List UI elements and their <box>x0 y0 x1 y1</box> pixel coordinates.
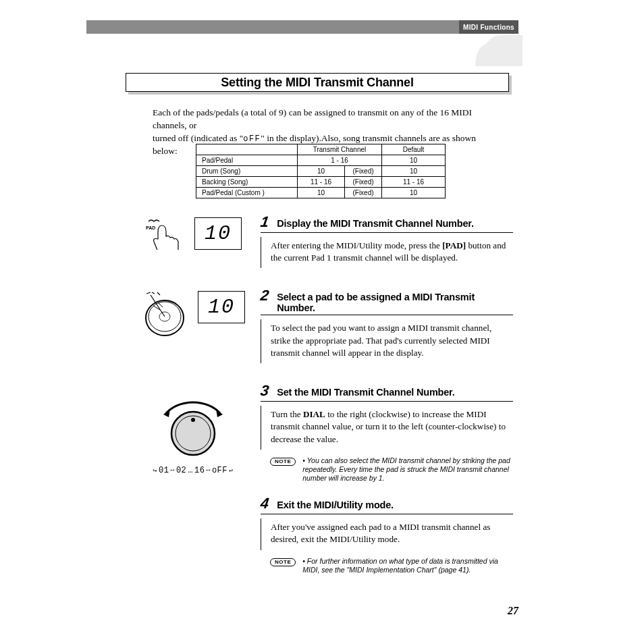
step-title: Exit the MIDI/Utility mode. <box>277 500 394 510</box>
svg-marker-8 <box>216 409 223 417</box>
svg-text:PAD: PAD <box>146 225 155 230</box>
table-row: Pad/Pedal 1 - 16 10 <box>196 155 446 166</box>
step-body: Turn the DIAL to the right (clockwise) t… <box>261 406 513 450</box>
intro-line2a: turned off (indicated as " <box>153 133 243 143</box>
step-number: 4 <box>259 495 270 512</box>
row-tc: 10 <box>298 188 345 198</box>
row-default: 10 <box>382 166 446 177</box>
row-default: 10 <box>382 155 446 166</box>
note-text: You can also select the MIDI transmit ch… <box>302 456 513 483</box>
step-title: Display the MIDI Transmit Channel Number… <box>277 218 474 229</box>
step-body: After you've assigned each pad to a MIDI… <box>261 518 513 549</box>
section-title: Setting the MIDI Transmit Channel <box>126 73 512 92</box>
row-name: Drum (Song) <box>196 166 298 177</box>
note-text: For further information on what type of … <box>302 557 513 574</box>
step-title: Select a pad to be assigned a MIDI Trans… <box>277 292 513 313</box>
lcd-value: 10 <box>205 222 232 245</box>
lcd-value: 10 <box>208 296 235 319</box>
page-number: 27 <box>508 605 518 617</box>
channel-table: Transmit Channel Default Pad/Pedal 1 - 1… <box>196 144 446 198</box>
row-fixed: (Fixed) <box>345 166 382 177</box>
row-tc: 10 <box>298 166 345 177</box>
header-bar <box>86 20 518 34</box>
dial-value-range: ↪ 01 ↔ 02 … 16 ↔ oFF ↩ <box>153 466 233 475</box>
row-default: 11 - 16 <box>382 177 446 188</box>
header-decoration <box>475 28 522 66</box>
row-name: Pad/Pedal (Custom ) <box>196 188 298 198</box>
tap-pad-icon: PAD <box>144 217 185 250</box>
dial-icon <box>153 393 234 460</box>
row-fixed: (Fixed) <box>345 188 382 198</box>
drum-pad-icon <box>141 291 188 338</box>
table-row: Pad/Pedal (Custom ) 10 (Fixed) 10 <box>196 188 446 198</box>
step-title: Set the MIDI Transmit Channel Number. <box>277 387 454 398</box>
intro-line1: Each of the pads/pedals (a total of 9) c… <box>153 107 472 130</box>
row-default: 10 <box>382 188 446 198</box>
table-row: Drum (Song) 10 (Fixed) 10 <box>196 166 446 177</box>
svg-point-11 <box>191 418 195 422</box>
svg-marker-7 <box>163 409 170 417</box>
step-number: 2 <box>259 287 270 304</box>
row-name: Pad/Pedal <box>196 155 298 166</box>
table-header-default: Default <box>382 144 446 155</box>
step-number: 1 <box>259 213 270 231</box>
table-header-tc: Transmit Channel <box>298 144 382 155</box>
row-tc: 11 - 16 <box>298 177 345 188</box>
table-row: Backing (Song) 11 - 16 (Fixed) 11 - 16 <box>196 177 446 188</box>
table-header-row: Transmit Channel Default <box>196 144 446 155</box>
header-tab: MIDI Functions <box>459 20 518 34</box>
note-badge: NOTE <box>270 458 296 466</box>
table-header-blank <box>196 144 298 155</box>
section-title-text: Setting the MIDI Transmit Channel <box>221 76 413 90</box>
header-tab-label: MIDI Functions <box>463 24 514 31</box>
off-token: oFF <box>243 134 261 144</box>
step-body: To select the pad you want to assign a M… <box>261 319 513 363</box>
note-badge: NOTE <box>270 558 296 566</box>
row-fixed: (Fixed) <box>345 177 382 188</box>
step-number: 3 <box>259 382 270 400</box>
row-tc: 1 - 16 <box>298 155 382 166</box>
row-name: Backing (Song) <box>196 177 298 188</box>
step-body: After entering the MIDI/Utility mode, pr… <box>261 237 513 268</box>
lcd-display: 10 <box>194 217 242 250</box>
lcd-display: 10 <box>198 291 245 323</box>
